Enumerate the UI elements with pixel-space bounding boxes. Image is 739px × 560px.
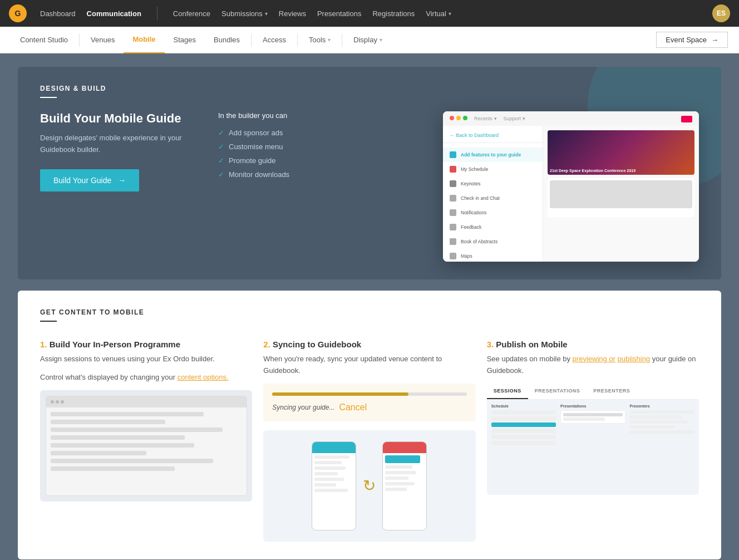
dot-red bbox=[450, 116, 454, 120]
phone-inner: ← Back to Dashboard Add features to your… bbox=[443, 126, 699, 262]
phone-mockup: Recents ▾ Support ▾ ← Back to Dashboard … bbox=[443, 111, 699, 262]
publishing-link[interactable]: publishing bbox=[618, 355, 651, 363]
phone-sidebar: ← Back to Dashboard Add features to your… bbox=[443, 126, 543, 262]
screenshot-dots-1 bbox=[51, 400, 64, 404]
screenshot-row-1 bbox=[51, 412, 204, 416]
presentations-tab[interactable]: PRESENTATIONS bbox=[528, 384, 587, 399]
build-guide-arrow-icon: → bbox=[118, 176, 126, 185]
mobile-row-4 bbox=[314, 472, 338, 475]
mobile-row-7 bbox=[314, 489, 348, 492]
step-2-number: 2. bbox=[263, 340, 270, 349]
content-options-link[interactable]: content options. bbox=[178, 373, 229, 381]
phone-window-dots: Recents ▾ Support ▾ bbox=[443, 111, 699, 126]
pres-subtitle bbox=[563, 417, 605, 421]
sessions-content: Schedule Presentations bbox=[491, 404, 694, 493]
subnav-display-label: Display bbox=[353, 36, 377, 44]
step-1-number: 1. bbox=[40, 340, 47, 349]
design-build-section: DESIGN & BUILD Build Your Mobile Guide D… bbox=[18, 67, 721, 279]
step-1-desc: Assign sessions to venues using your Ex … bbox=[40, 353, 252, 365]
notifications-label: Notifications bbox=[461, 210, 486, 215]
builder-features-title: In the builder you can bbox=[218, 111, 341, 120]
step-3-desc: See updates on mobile by previewing or p… bbox=[487, 353, 699, 377]
nav-submissions[interactable]: Submissions bbox=[221, 9, 263, 18]
presenter-row-5 bbox=[630, 430, 694, 434]
screenshot-row-7 bbox=[51, 459, 214, 463]
feature-item-2: ✓ Customise menu bbox=[218, 143, 341, 151]
check-icon-4: ✓ bbox=[218, 170, 224, 179]
phone-back-btn: ← Back to Dashboard bbox=[443, 130, 543, 143]
step-2-column: 2. Syncing to Guidebook When you're read… bbox=[263, 340, 475, 542]
build-guide-label: Build Your Guide bbox=[53, 176, 111, 185]
keynotes-label: Keynotes bbox=[461, 181, 480, 186]
phone-menu-add-features: Add features to your guide bbox=[443, 148, 543, 162]
feature-item-1: ✓ Add sponsor ads bbox=[218, 129, 341, 137]
feature-text-4: Monitor downloads bbox=[229, 170, 289, 179]
screenshot-row-4 bbox=[51, 435, 185, 440]
arrow-right-icon: → bbox=[711, 36, 718, 44]
screenshot-header-1 bbox=[46, 396, 247, 407]
progress-bar-inner bbox=[272, 392, 408, 396]
check-icon-2: ✓ bbox=[218, 143, 224, 151]
nav-dashboard[interactable]: Dashboard bbox=[40, 9, 76, 18]
schedule-row-1 bbox=[491, 410, 556, 415]
build-guide-button[interactable]: Build Your Guide → bbox=[40, 169, 139, 191]
mobile-screen-header-right bbox=[383, 442, 426, 453]
mobile-header-row bbox=[385, 455, 420, 463]
subnav-tools-wrapper[interactable]: Tools ▾ bbox=[300, 27, 339, 53]
user-avatar-button[interactable]: ES bbox=[712, 4, 730, 22]
nav-virtual[interactable]: Virtual bbox=[426, 9, 446, 18]
presenter-row-3 bbox=[630, 420, 688, 424]
step-2-header: 2. Syncing to Guidebook bbox=[263, 340, 475, 349]
image-overlay: 21st Deep Space Exploration Conference 2… bbox=[548, 130, 694, 175]
nav-conference[interactable]: Conference bbox=[173, 9, 210, 18]
nav-communication[interactable]: Communication bbox=[87, 9, 141, 18]
mobile-screen-right bbox=[382, 441, 427, 530]
virtual-chevron: ▾ bbox=[449, 11, 451, 17]
step-2-mobile-mockup: ↻ bbox=[263, 430, 475, 542]
mobile-row-r3 bbox=[385, 477, 408, 480]
nav-registrations[interactable]: Registrations bbox=[372, 9, 415, 18]
nav-presentations[interactable]: Presentations bbox=[317, 9, 362, 18]
subnav-stages[interactable]: Stages bbox=[165, 27, 205, 53]
feedback-icon bbox=[450, 224, 456, 230]
phone-menu-my-schedule: My Schedule bbox=[443, 162, 543, 176]
step-1-title: Build Your In-Person Programme bbox=[50, 340, 180, 349]
phone-menu-feedback: Feedback bbox=[443, 220, 543, 234]
subnav-tools-label: Tools bbox=[309, 36, 326, 44]
step-1-column: 1. Build Your In-Person Programme Assign… bbox=[40, 340, 252, 542]
event-space-button[interactable]: Event Space → bbox=[656, 32, 728, 48]
phone-mockup-area: Recents ▾ Support ▾ ← Back to Dashboard … bbox=[363, 111, 699, 262]
progress-section: Syncing your guide... Cancel bbox=[263, 384, 475, 421]
subnav-bundles[interactable]: Bundles bbox=[205, 27, 249, 53]
nav-reviews[interactable]: Reviews bbox=[279, 9, 306, 18]
nav-divider bbox=[157, 7, 157, 20]
design-build-left: Build Your Mobile Guide Design delegates… bbox=[40, 111, 196, 191]
phone-menu-maps: Maps bbox=[443, 249, 543, 262]
submissions-chevron: ▾ bbox=[265, 11, 268, 17]
cancel-sync-link[interactable]: Cancel bbox=[339, 402, 367, 412]
previewing-link[interactable]: previewing or bbox=[573, 355, 615, 363]
subnav-venues[interactable]: Venues bbox=[82, 27, 124, 53]
add-features-label: Add features to your guide bbox=[461, 152, 521, 158]
subnav-access[interactable]: Access bbox=[254, 27, 295, 53]
sessions-body: Schedule Presentations bbox=[487, 400, 699, 495]
mobile-screen-left bbox=[312, 441, 356, 530]
feature-item-3: ✓ Promote guide bbox=[218, 156, 341, 165]
screenshot-row-8 bbox=[51, 466, 175, 471]
get-content-section: GET CONTENT TO MOBILE 1. Build Your In-P… bbox=[18, 291, 721, 559]
app-logo[interactable]: G bbox=[9, 4, 27, 22]
support-label: Support ▾ bbox=[504, 116, 525, 122]
design-build-features: In the builder you can ✓ Add sponsor ads… bbox=[218, 111, 341, 184]
step-3-column: 3. Publish on Mobile See updates on mobi… bbox=[487, 340, 699, 542]
recents-label: Recents ▾ bbox=[474, 116, 497, 122]
presenters-tab[interactable]: PRESENTERS bbox=[587, 384, 637, 399]
subnav-content-studio[interactable]: Content Studio bbox=[11, 27, 77, 53]
subnav-mobile[interactable]: Mobile bbox=[124, 27, 164, 53]
subnav-display-wrapper[interactable]: Display ▾ bbox=[344, 27, 391, 53]
design-build-content: Build Your Mobile Guide Design delegates… bbox=[40, 111, 699, 262]
sessions-tab[interactable]: SESSIONS bbox=[487, 384, 528, 399]
step-1-desc2: Control what's displayed by changing you… bbox=[40, 372, 252, 384]
sync-arrows-icon: ↻ bbox=[363, 477, 376, 495]
progress-bar-outer bbox=[272, 392, 466, 396]
conference-name: 21st Deep Space Exploration Conference 2… bbox=[550, 169, 635, 173]
